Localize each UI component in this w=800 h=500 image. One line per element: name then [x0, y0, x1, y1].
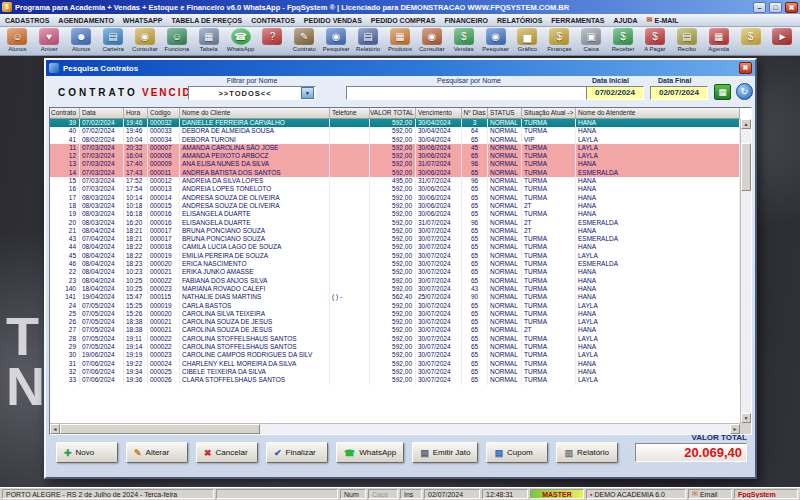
toolbar-pesquisar[interactable]: ◉Pesquisar	[480, 28, 511, 53]
table-row[interactable]: 2907/05/202419:14000022CAROLINA STOFFELS…	[50, 343, 740, 351]
toolbar-gr-fico[interactable]: ▅Gráfico	[512, 28, 543, 53]
toolbar-carteira[interactable]: ▤Carteira	[98, 28, 129, 53]
menu-item-relat-rios[interactable]: RELATÓRIOS	[497, 17, 542, 24]
finalizar-button[interactable]: ✔Finalizar	[266, 442, 328, 463]
menu-item-whatsapp[interactable]: WHATSAPP	[123, 17, 163, 24]
cancelar-button[interactable]: ✖Cancelar	[196, 442, 258, 463]
dialog-close-button[interactable]: ✖	[739, 62, 752, 74]
toolbar-produtos[interactable]: ▦Produtos	[385, 28, 416, 53]
menu-item-pedido-compras[interactable]: PEDIDO COMPRAS	[371, 17, 436, 24]
menu-item-pedido-vendas[interactable]: PEDIDO VENDAS	[304, 17, 362, 24]
table-row[interactable]: 3907/02/202419:46000032DANIELLE FERREIRA…	[50, 119, 740, 127]
novo-button[interactable]: ✚Novo	[56, 442, 118, 463]
chevron-down-icon[interactable]: ▼	[301, 87, 314, 99]
table-row[interactable]: 1607/03/202417:54000013ANDREIA LOPES TON…	[50, 185, 740, 193]
search-input[interactable]	[346, 86, 592, 100]
table-row[interactable]: 1107/03/202420:32000007AMANDA CAROLINA S…	[50, 144, 740, 152]
toolbar-help-icon[interactable]: ?	[257, 28, 288, 45]
column-header[interactable]: Nome do Cliente	[180, 108, 330, 118]
table-row[interactable]: 2308/04/202410:25000022FABIANA DOS ANJOS…	[50, 277, 740, 285]
table-row[interactable]: 4408/04/202418:22000018CAMILA LUCIA LAGO…	[50, 243, 740, 251]
toolbar-pesquisar[interactable]: ◉Pesquisar	[321, 28, 352, 53]
toolbar-exit-icon[interactable]: ►	[767, 28, 798, 45]
table-row[interactable]: 1908/03/202416:18000016ELISANGELA DUARTE…	[50, 210, 740, 218]
toolbar-consultar[interactable]: ◉Consultar	[416, 28, 447, 53]
menu-item-ajuda[interactable]: AJUDA	[613, 17, 637, 24]
cupom-button[interactable]: ▤Cupom	[486, 442, 548, 463]
table-row[interactable]: 14119/04/202415:47000115NATHALIE DIAS MA…	[50, 293, 740, 301]
toolbar-funciona[interactable]: ☺Funciona	[161, 28, 192, 53]
table-row[interactable]: 4608/04/202418:23000020ERICA NASCIMENTO5…	[50, 260, 740, 268]
table-row[interactable]: 4307/04/202418:21000017BRUNA PONCIANO SO…	[50, 235, 740, 243]
table-row[interactable]: 1708/03/202410:14000014ANDRESA SOUZA DE …	[50, 194, 740, 202]
column-header[interactable]: VALOR TOTAL	[370, 108, 416, 118]
minimize-button[interactable]: –	[753, 2, 766, 13]
export-excel-button[interactable]: ▦	[714, 84, 731, 100]
table-row[interactable]: 2707/05/202418:38000021CAROLINA SOUZA DE…	[50, 326, 740, 334]
table-row[interactable]: 2108/04/202418:21000017BRUNA PONCIANO SO…	[50, 227, 740, 235]
toolbar-recibo[interactable]: ▤Recibo	[671, 28, 702, 53]
dialog-titlebar[interactable]: Pesquisa Contratos ✖	[46, 60, 755, 76]
scroll-left-icon[interactable]: ◄	[50, 424, 60, 434]
column-header[interactable]: Situação Atual ->	[522, 108, 576, 118]
toolbar-finan-as[interactable]: $Finanças	[544, 28, 575, 53]
table-row[interactable]: 2807/05/202419:11000022CAROLINA STOFFELS…	[50, 335, 740, 343]
table-row[interactable]: 1407/03/202417:43000011ANDREA BATISTA DO…	[50, 169, 740, 177]
table-row[interactable]: 14018/04/202410:25000023MARIANA ROVADO C…	[50, 285, 740, 293]
toolbar-whatsapp[interactable]: ☎WhatsApp	[225, 28, 256, 53]
column-header[interactable]: Data	[80, 108, 124, 118]
table-row[interactable]: 1808/03/202410:18000015ANDRESA SOUZA DE …	[50, 202, 740, 210]
table-row[interactable]: 4007/02/202419:46000033DEBORA DE ALMEIDA…	[50, 127, 740, 135]
toolbar-aniver[interactable]: ♥Aniver	[34, 28, 65, 53]
toolbar-tabela[interactable]: ▦Tabela	[193, 28, 224, 53]
column-header[interactable]: Hora	[124, 108, 148, 118]
toolbar-contrato[interactable]: ✎Contrato	[289, 28, 320, 53]
toolbar-relat-rio[interactable]: ▤Relatório	[353, 28, 384, 53]
table-row[interactable]: 2607/05/202418:38000021CAROLINA SOUZA DE…	[50, 318, 740, 326]
menu-item-ferramentas[interactable]: FERRAMENTAS	[551, 17, 604, 24]
column-header[interactable]: Telefone	[330, 108, 370, 118]
whatsapp-button[interactable]: ☎WhatsApp	[336, 442, 404, 463]
menu-item-financeiro[interactable]: FINANCEIRO	[444, 17, 488, 24]
menu-item-e-mail[interactable]: ✉E-MAIL	[647, 16, 679, 24]
table-row[interactable]: 1507/03/202417:52000012ANDREIA DA SILVA …	[50, 177, 740, 185]
table-row[interactable]: 4508/04/202418:22000019EMILIA PEREIRA DE…	[50, 252, 740, 260]
toolbar-a-pagar[interactable]: $A Pagar	[640, 28, 671, 53]
toolbar-coins-icon[interactable]: $	[735, 28, 766, 45]
column-header[interactable]: Contrato	[50, 108, 80, 118]
table-row[interactable]: 2507/05/202415:26000020CAROLINA SILVA TE…	[50, 310, 740, 318]
menu-item-agendamento[interactable]: AGENDAMENTO	[58, 17, 113, 24]
status-email[interactable]: ✉Email	[688, 489, 732, 499]
vertical-scrollbar[interactable]: ▲ ▼	[740, 119, 751, 423]
refresh-button[interactable]: ↻	[736, 83, 753, 100]
toolbar-agenda[interactable]: ▦Agenda	[703, 28, 734, 53]
column-header[interactable]: Nome do Atendente	[576, 108, 740, 118]
horizontal-scroll-thumb[interactable]	[60, 424, 260, 434]
toolbar-caixa[interactable]: ▣Caixa	[576, 28, 607, 53]
table-row[interactable]: 2407/05/202415:25000019CARLA BASTOS592,0…	[50, 302, 740, 310]
table-row[interactable]: 4108/02/202410:04000034DEBORA TURONI592,…	[50, 136, 740, 144]
table-row[interactable]: 3307/06/202419:36000026CLARA STOFFELSHAU…	[50, 376, 740, 384]
alterar-button[interactable]: ✎Alterar	[126, 442, 188, 463]
toolbar-consultar[interactable]: ◉Consultar	[130, 28, 161, 53]
table-row[interactable]: 2208/04/202410:23000021ERIKA JUNKO AMASS…	[50, 268, 740, 276]
emitir-jato-button[interactable]: ▤Emitir Jato	[412, 442, 478, 463]
date-start-field[interactable]: 07/02/2024	[586, 86, 644, 100]
scroll-down-icon[interactable]: ▼	[741, 413, 751, 423]
toolbar-vendas[interactable]: $Vendas	[448, 28, 479, 53]
filter-combo[interactable]: >>TODOS<< ▼	[188, 86, 316, 100]
column-header[interactable]: Código	[148, 108, 180, 118]
column-header[interactable]: STATUS	[488, 108, 522, 118]
table-row[interactable]: 3207/06/202419:34000025CIBELE TEIXEIRA D…	[50, 368, 740, 376]
vertical-scroll-thumb[interactable]	[741, 143, 751, 191]
scroll-up-icon[interactable]: ▲	[741, 119, 751, 129]
table-row[interactable]: 1207/03/202416:04000008AMANDA PEIXOTO AR…	[50, 152, 740, 160]
table-row[interactable]: 1307/03/202417:40000009ANA ELISA NUNES D…	[50, 160, 740, 168]
maximize-button[interactable]: □	[769, 2, 782, 13]
toolbar-alunos[interactable]: ☺Alunos	[2, 28, 33, 53]
toolbar-alunos[interactable]: ☻Alunos	[66, 28, 97, 53]
column-header[interactable]: Nº Dias	[462, 108, 488, 118]
table-row[interactable]: 3019/06/202419:19000023CAROLINE CAMPOS R…	[50, 351, 740, 359]
menu-item-cadastros[interactable]: CADASTROS	[5, 17, 49, 24]
menu-item-tabela-de-pre-os[interactable]: TABELA DE PREÇOS	[171, 17, 242, 24]
